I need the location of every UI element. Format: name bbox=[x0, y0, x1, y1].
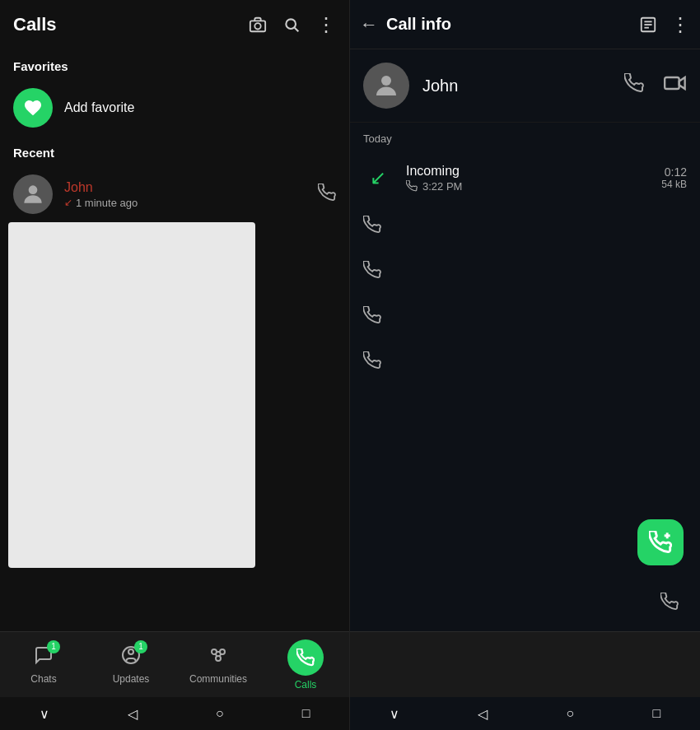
right-system-bar: ∨ ◁ ○ □ bbox=[350, 697, 700, 730]
add-favorite-icon bbox=[13, 88, 53, 128]
contact-avatar bbox=[363, 63, 409, 109]
favorites-label: Favorites bbox=[0, 49, 349, 80]
call-time-ago: 1 minute ago bbox=[76, 197, 138, 209]
right-sys-back[interactable]: ∨ bbox=[390, 706, 399, 722]
call-time: 3:22 PM bbox=[422, 180, 462, 193]
camera-icon[interactable] bbox=[249, 16, 267, 34]
call-type: Incoming bbox=[406, 164, 648, 179]
svg-point-6 bbox=[128, 649, 133, 654]
left-system-bar: ∨ ◁ ○ □ bbox=[0, 697, 349, 730]
context-popup bbox=[8, 222, 255, 568]
caller-avatar bbox=[13, 174, 53, 214]
video-call-icon[interactable] bbox=[664, 73, 687, 98]
nav-item-updates[interactable]: 1 Updates bbox=[87, 645, 175, 685]
right-bottom-nav bbox=[350, 631, 700, 697]
communities-icon bbox=[208, 645, 228, 670]
svg-point-7 bbox=[220, 649, 225, 654]
incoming-call-direction: ↙ bbox=[363, 163, 393, 193]
caller-name: John bbox=[64, 180, 306, 195]
recent-call-john[interactable]: John ↙ 1 minute ago bbox=[0, 166, 349, 222]
svg-point-1 bbox=[254, 23, 260, 29]
nav-item-communities[interactable]: Communities bbox=[175, 645, 262, 685]
call-info-title: Call info bbox=[386, 15, 631, 34]
phone-row-4[interactable] bbox=[350, 340, 700, 385]
extra-phone-icon[interactable] bbox=[660, 593, 679, 615]
svg-point-14 bbox=[381, 76, 391, 86]
recent-label: Recent bbox=[0, 136, 349, 166]
right-panel: ← Call info ⋮ John bbox=[350, 0, 700, 730]
right-header: ← Call info ⋮ bbox=[350, 0, 700, 49]
search-icon[interactable] bbox=[283, 16, 300, 33]
call-size: 54 kB bbox=[661, 179, 687, 190]
call-time-row: 3:22 PM bbox=[406, 180, 648, 193]
missed-arrow: ↙ bbox=[64, 197, 72, 208]
right-content: Today ↙ Incoming 3:22 PM 0:12 54 kB bbox=[350, 123, 700, 631]
left-content: Favorites Add favorite Recent John bbox=[0, 49, 349, 631]
right-sys-home[interactable]: ○ bbox=[567, 706, 575, 721]
phone-row-2[interactable] bbox=[350, 249, 700, 295]
call-log-item[interactable]: ↙ Incoming 3:22 PM 0:12 54 kB bbox=[350, 151, 700, 204]
svg-rect-15 bbox=[665, 77, 679, 89]
chats-label: Chats bbox=[30, 673, 56, 685]
date-label: Today bbox=[350, 123, 700, 151]
sys-home[interactable]: ○ bbox=[216, 706, 224, 721]
svg-line-3 bbox=[295, 28, 299, 32]
call-log-details: Incoming 3:22 PM bbox=[406, 164, 648, 193]
nav-item-calls[interactable]: Calls bbox=[262, 639, 349, 690]
call-duration: 0:12 bbox=[661, 165, 687, 179]
document-icon[interactable] bbox=[639, 16, 657, 34]
right-sys-back-arrow[interactable]: ◁ bbox=[478, 706, 488, 722]
calls-icon-active bbox=[287, 639, 324, 676]
contact-card: John bbox=[350, 49, 700, 123]
right-header-icons: ⋮ bbox=[639, 13, 690, 36]
svg-point-8 bbox=[212, 649, 217, 654]
add-favorite-item[interactable]: Add favorite bbox=[0, 80, 349, 136]
chats-icon: 1 bbox=[34, 645, 54, 670]
add-call-fab[interactable] bbox=[637, 519, 684, 565]
nav-item-chats[interactable]: 1 Chats bbox=[0, 645, 87, 685]
sys-back[interactable]: ∨ bbox=[40, 706, 49, 722]
call-phone-icon[interactable] bbox=[318, 184, 336, 206]
left-header: Calls ⋮ bbox=[0, 0, 349, 49]
calls-label: Calls bbox=[295, 679, 317, 690]
right-sys-recents[interactable]: □ bbox=[653, 706, 661, 721]
phone-call-icon[interactable] bbox=[624, 73, 644, 98]
phone-row-3[interactable] bbox=[350, 295, 700, 340]
svg-point-4 bbox=[29, 185, 38, 194]
communities-label: Communities bbox=[189, 673, 247, 685]
updates-icon: 1 bbox=[121, 645, 141, 670]
right-more-icon[interactable]: ⋮ bbox=[670, 13, 690, 36]
call-info-text: John ↙ 1 minute ago bbox=[64, 180, 306, 209]
back-button[interactable]: ← bbox=[360, 14, 378, 35]
sys-back-arrow[interactable]: ◁ bbox=[128, 706, 138, 722]
left-bottom-nav: 1 Chats 1 Updates bbox=[0, 631, 349, 697]
sys-recents[interactable]: □ bbox=[302, 706, 310, 721]
svg-point-9 bbox=[216, 656, 221, 661]
updates-label: Updates bbox=[113, 673, 150, 685]
chats-badge: 1 bbox=[47, 640, 60, 653]
contact-name: John bbox=[422, 77, 611, 95]
contact-actions bbox=[624, 73, 687, 98]
svg-point-2 bbox=[286, 19, 296, 29]
call-meta: ↙ 1 minute ago bbox=[64, 197, 306, 209]
more-icon[interactable]: ⋮ bbox=[316, 13, 336, 36]
updates-badge: 1 bbox=[134, 640, 147, 653]
page-title: Calls bbox=[13, 14, 57, 35]
left-panel: Calls ⋮ Favorites bbox=[0, 0, 350, 730]
header-icons: ⋮ bbox=[249, 13, 336, 36]
phone-row-1[interactable] bbox=[350, 204, 700, 249]
call-duration-info: 0:12 54 kB bbox=[661, 165, 687, 190]
add-favorite-label: Add favorite bbox=[64, 100, 134, 115]
